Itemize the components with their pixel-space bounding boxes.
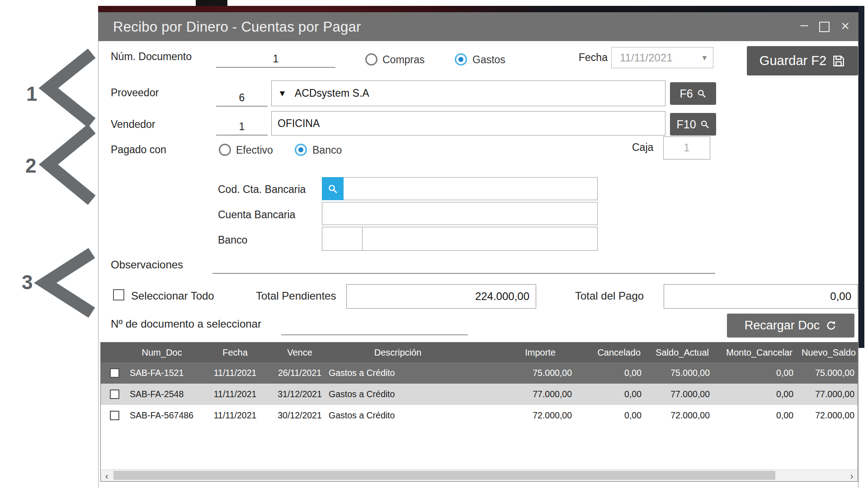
cell-cancelado: 0,00	[576, 384, 645, 405]
compras-label: Compras	[382, 54, 425, 66]
compras-radio[interactable]	[365, 53, 377, 66]
banco-radio[interactable]	[295, 144, 307, 156]
doc-seleccionar-input[interactable]	[281, 317, 468, 335]
chevron-2	[48, 129, 92, 200]
column-header-vence[interactable]: Vence	[274, 343, 325, 362]
column-header-monto_cancelar[interactable]: Monto_Cancelar	[713, 343, 797, 362]
recargar-doc-button[interactable]: Recargar Doc	[727, 314, 854, 338]
table-row[interactable]: SAB-FA-152111/11/202126/11/2021Gastos a …	[101, 362, 858, 384]
search-icon	[700, 119, 710, 129]
cell-vence: 30/12/2021	[274, 405, 325, 426]
cell-num_doc: SAB-FA-567486	[128, 405, 196, 426]
refresh-icon	[825, 320, 837, 332]
proveedor-search-button[interactable]: F6	[670, 82, 716, 105]
titlebar: Recibo por Dinero - Cuentas por Pagar – …	[98, 12, 859, 41]
chevron-down-icon[interactable]: ▾	[702, 52, 707, 63]
background-window-tab	[196, 0, 227, 6]
gastos-radio[interactable]	[455, 53, 467, 66]
chevron-3	[45, 253, 92, 313]
proveedor-code-input[interactable]: 6	[216, 84, 268, 107]
dropdown-triangle-icon[interactable]: ▼	[278, 89, 287, 99]
horizontal-scrollbar[interactable]: ‹ ›	[101, 469, 858, 481]
table-header-row: Num_DocFechaVenceDescripciónImporteCance…	[101, 343, 858, 362]
annotation-number-1: 1	[26, 83, 37, 105]
cell-num_doc: SAB-FA-2548	[128, 384, 196, 405]
observaciones-label: Observaciones	[111, 258, 183, 271]
banco-label: Banco	[218, 234, 247, 246]
column-header-cancelado[interactable]: Cancelado	[576, 343, 645, 362]
f10-label: F10	[676, 118, 696, 131]
vendedor-code-input[interactable]: 1	[216, 114, 268, 136]
observaciones-input[interactable]	[212, 257, 715, 274]
banco-name-input[interactable]	[362, 227, 598, 251]
total-pendientes-input[interactable]: 224.000,00	[346, 284, 536, 309]
cuenta-bancaria-input[interactable]	[322, 202, 598, 225]
cell-fecha: 11/11/2021	[196, 405, 274, 426]
fecha-label: Fecha	[579, 52, 608, 64]
proveedor-combobox[interactable]: ▼ ACDsystem S.A	[271, 80, 665, 106]
cell-monto_cancelar: 0,00	[713, 384, 797, 405]
cell-saldo_actual: 72.000,00	[645, 405, 713, 426]
cell-vence: 26/11/2021	[274, 362, 325, 384]
efectivo-label: Efectivo	[236, 144, 273, 156]
num-documento-input[interactable]: 1	[216, 48, 335, 68]
cell-cancelado: 0,00	[576, 362, 645, 384]
cell-nuevo_saldo: 77.000,00	[797, 384, 858, 405]
pagado-con-label: Pagado con	[111, 144, 166, 156]
minimize-button[interactable]: –	[801, 18, 808, 32]
documents-table: Num_DocFechaVenceDescripciónImporteCance…	[100, 342, 858, 482]
fecha-datepicker[interactable]: 11/11/2021 ▾	[611, 47, 713, 68]
scroll-track[interactable]	[113, 470, 846, 481]
total-del-pago-label: Total del Pago	[575, 290, 644, 302]
row-checkbox[interactable]	[110, 411, 119, 420]
close-button[interactable]: ×	[841, 19, 849, 33]
vendedor-input[interactable]: OFICINA	[271, 111, 665, 136]
column-header-num_doc[interactable]: Num_Doc	[128, 343, 196, 362]
efectivo-radio[interactable]	[219, 144, 231, 156]
scroll-left-arrow[interactable]: ‹	[101, 470, 113, 481]
caja-input[interactable]: 1	[663, 136, 710, 160]
seleccionar-todo-checkbox[interactable]	[113, 289, 124, 300]
table-row[interactable]: SAB-FA-56748611/11/202130/12/2021Gastos …	[101, 405, 858, 426]
f6-label: F6	[679, 87, 693, 100]
seleccionar-todo-label: Seleccionar Todo	[131, 290, 214, 302]
row-checkbox[interactable]	[110, 389, 119, 399]
doc-seleccionar-label: Nº de documento a seleccionar	[111, 318, 261, 330]
window-title: Recibo por Dinero - Cuentas por Pagar	[113, 12, 361, 41]
cell-vence: 31/12/2021	[274, 384, 325, 405]
cell-num_doc: SAB-FA-1521	[128, 362, 196, 384]
fecha-value: 11/11/2021	[620, 52, 673, 64]
column-header-nuevo_saldo[interactable]: Nuevo_Saldo	[797, 343, 858, 362]
cell-saldo_actual: 77.000,00	[645, 384, 713, 405]
annotation-number-2: 2	[25, 155, 36, 177]
total-del-pago-input[interactable]: 0,00	[664, 284, 858, 309]
scroll-right-arrow[interactable]: ›	[846, 470, 858, 481]
maximize-button[interactable]	[819, 22, 830, 32]
guardar-button[interactable]: Guardar F2	[747, 46, 858, 75]
num-documento-label: Núm. Documento	[111, 51, 192, 63]
vendedor-search-button[interactable]: F10	[670, 113, 716, 136]
row-checkbox[interactable]	[110, 368, 119, 378]
annotation-number-3: 3	[22, 271, 33, 294]
column-header-importe[interactable]: Importe	[471, 343, 576, 362]
scroll-thumb[interactable]	[113, 471, 775, 480]
cell-descripcion: Gastos a Crédito	[325, 405, 471, 426]
background-window-edge	[98, 6, 859, 12]
guardar-button-label: Guardar F2	[760, 53, 826, 68]
recargar-doc-label: Recargar Doc	[745, 319, 820, 333]
column-header-descripcion[interactable]: Descripción	[325, 343, 471, 362]
search-icon	[327, 183, 338, 194]
cell-descripcion: Gastos a Crédito	[325, 384, 471, 405]
cod-cta-search-button[interactable]	[322, 177, 344, 200]
cell-nuevo_saldo: 75.000,00	[797, 362, 858, 384]
column-header-saldo_actual[interactable]: Saldo_Actual	[645, 343, 713, 362]
cell-cancelado: 0,00	[576, 405, 645, 426]
cod-cta-bancaria-label: Cod. Cta. Bancaria	[218, 183, 306, 196]
banco-code-input[interactable]	[322, 227, 363, 251]
cell-fecha: 11/11/2021	[196, 384, 274, 405]
chevron-1	[48, 53, 92, 123]
cod-cta-bancaria-input[interactable]	[322, 177, 598, 200]
cell-descripcion: Gastos a Crédito	[325, 362, 471, 384]
column-header-fecha[interactable]: Fecha	[196, 343, 274, 362]
table-row[interactable]: SAB-FA-254811/11/202131/12/2021Gastos a …	[101, 384, 858, 405]
